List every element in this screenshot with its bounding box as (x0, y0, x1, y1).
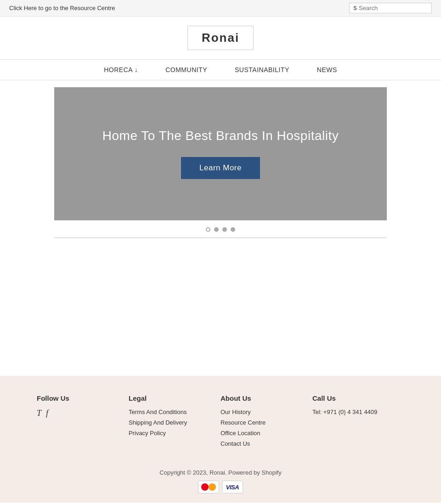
phone-number: Tel: +971 (0) 4 341 4409 (312, 409, 404, 415)
nav-item-horeca[interactable]: HORECA ↓ (104, 66, 138, 73)
nav-item-community[interactable]: COMMUNITY (165, 66, 207, 73)
shipping-delivery-link[interactable]: Shipping And Delivery (129, 419, 220, 426)
footer-follow-title: Follow Us (37, 394, 129, 402)
hero-banner: Home To The Best Brands In Hospitality L… (54, 87, 387, 220)
search-input[interactable] (359, 5, 423, 11)
carousel-dot-4[interactable] (231, 227, 235, 232)
footer-columns: Follow Us T f Legal Terms And Conditions… (37, 394, 404, 451)
terms-conditions-link[interactable]: Terms And Conditions (129, 409, 220, 415)
search-container: S (349, 3, 432, 13)
resource-centre-link[interactable]: Click Here to go to the Resource Centre (9, 5, 115, 11)
footer-social: T f (37, 409, 129, 418)
contact-us-link[interactable]: Contact Us (220, 440, 312, 447)
footer-legal-title: Legal (129, 394, 220, 402)
learn-more-button[interactable]: Learn More (181, 157, 260, 179)
twitter-icon[interactable]: T (37, 409, 41, 418)
carousel-dot-1[interactable] (206, 227, 210, 232)
divider-row (54, 237, 387, 238)
top-bar: Click Here to go to the Resource Centre … (0, 0, 441, 17)
search-icon: S (353, 5, 357, 11)
office-location-link[interactable]: Office Location (220, 430, 312, 437)
hero-title: Home To The Best Brands In Hospitality (102, 129, 339, 143)
copyright-text: Copyright © 2023, Ronai. Powered by Shop… (37, 469, 404, 476)
payment-icons: VISA (37, 481, 404, 493)
nav-item-sustainability[interactable]: SUSTAINABILITY (235, 66, 289, 73)
divider-line-2 (165, 237, 276, 238)
our-history-link[interactable]: Our History (220, 409, 312, 415)
facebook-icon[interactable]: f (46, 409, 48, 418)
footer-callus-title: Call Us (312, 394, 404, 402)
footer-col-follow: Follow Us T f (37, 394, 129, 451)
divider-line-1 (54, 237, 165, 238)
footer-col-legal: Legal Terms And Conditions Shipping And … (129, 394, 220, 451)
resource-centre-footer-link[interactable]: Resource Centre (220, 419, 312, 426)
carousel-dot-3[interactable] (222, 227, 227, 232)
footer-bottom: Copyright © 2023, Ronai. Powered by Shop… (37, 465, 404, 493)
mastercard-icon (198, 481, 219, 493)
divider-line-3 (276, 237, 387, 238)
logo[interactable]: Ronai (187, 26, 254, 50)
footer-col-callus: Call Us Tel: +971 (0) 4 341 4409 (312, 394, 404, 451)
carousel-dots (0, 227, 441, 232)
footer-col-about: About Us Our History Resource Centre Off… (220, 394, 312, 451)
header: Ronai (0, 17, 441, 59)
nav-item-news[interactable]: NEWS (317, 66, 337, 73)
footer: Follow Us T f Legal Terms And Conditions… (0, 376, 441, 503)
carousel-dot-2[interactable] (214, 227, 219, 232)
main-nav: HORECA ↓ COMMUNITY SUSTAINABILITY NEWS (0, 59, 441, 80)
content-area (0, 238, 441, 367)
footer-about-title: About Us (220, 394, 312, 402)
privacy-policy-link[interactable]: Privacy Policy (129, 430, 220, 437)
visa-icon: VISA (222, 481, 243, 493)
